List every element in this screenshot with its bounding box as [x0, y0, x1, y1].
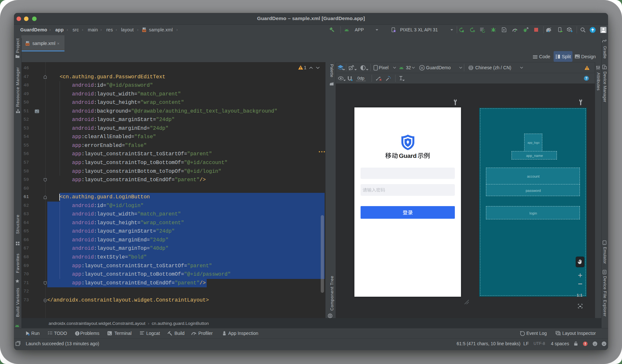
svg-text:A: A — [474, 30, 475, 33]
svg-text:?: ? — [585, 76, 587, 80]
svg-text:<>: <> — [143, 29, 146, 32]
svg-text:<>: <> — [26, 43, 29, 46]
svg-text:O: O — [421, 66, 423, 70]
